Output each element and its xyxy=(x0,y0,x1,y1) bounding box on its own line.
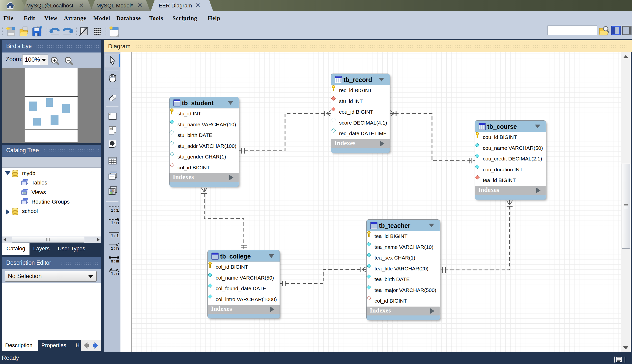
svg-text:N: N xyxy=(110,127,112,130)
svg-text:L: L xyxy=(109,113,111,116)
